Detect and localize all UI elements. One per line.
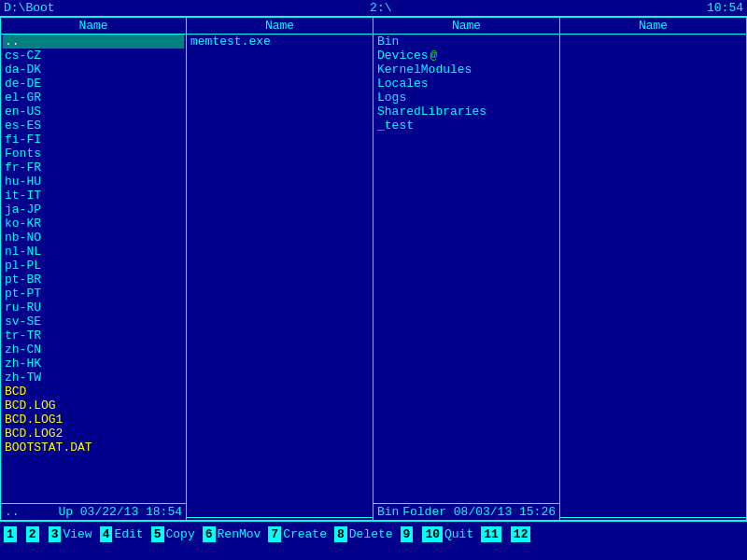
panel-right: Name BinDevices @KernelModulesLocalesLog… (374, 17, 560, 521)
function-button-12[interactable]: 12 (507, 522, 537, 547)
list-item[interactable]: nl-NL (3, 245, 184, 259)
function-button-1[interactable]: 1 (0, 522, 22, 547)
list-item[interactable]: BCD.LOG1 (3, 413, 184, 427)
list-item[interactable]: SharedLibraries (375, 105, 557, 119)
list-item[interactable]: _test (375, 119, 557, 133)
list-item[interactable]: el-GR (3, 91, 184, 105)
function-button-11[interactable]: 11 (477, 522, 507, 547)
function-button-6[interactable]: 6RenMov (199, 522, 265, 547)
list-item[interactable]: Logs (375, 91, 557, 105)
list-item[interactable]: Locales (375, 77, 557, 91)
function-key-label: RenMov (218, 527, 261, 541)
function-key-label: Copy (166, 527, 195, 541)
panel-far-right-footer (560, 517, 746, 520)
list-item[interactable]: fr-FR (3, 161, 184, 175)
left-path: D:\Boot (4, 1, 55, 15)
panel-far-right: Name (560, 17, 747, 521)
function-key-num: 6 (203, 526, 216, 542)
function-key-num: 10 (422, 526, 443, 542)
list-item[interactable]: Bin (375, 35, 557, 49)
function-button-9[interactable]: 9 (397, 522, 419, 547)
panel-right-footer: Bin Folder 08/03/13 15:26 (374, 503, 559, 520)
list-item[interactable]: zh-HK (3, 357, 184, 371)
function-button-5[interactable]: 5Copy (148, 522, 199, 547)
list-item[interactable]: hu-HU (3, 175, 184, 189)
function-key-num: 4 (100, 526, 113, 542)
function-button-8[interactable]: 8Delete (331, 522, 397, 547)
panel-middle-footer (187, 517, 373, 520)
function-key-label: View (63, 527, 92, 541)
function-key-num: 2 (26, 526, 39, 542)
function-button-4[interactable]: 4Edit (96, 522, 148, 547)
panel-right-header: Name (374, 18, 559, 35)
list-item[interactable]: sv-SE (3, 315, 184, 329)
right-path: 2:\ (370, 1, 391, 15)
list-item[interactable]: pl-PL (3, 259, 184, 273)
panel-left: Name ..cs-CZda-DKde-DEel-GRen-USes-ESfi-… (0, 17, 187, 521)
list-item[interactable]: es-ES (3, 119, 184, 133)
list-item[interactable]: pt-BR (3, 273, 184, 287)
function-key-num: 12 (511, 526, 531, 542)
function-key-num: 8 (334, 526, 347, 542)
function-key-num: 11 (481, 526, 501, 542)
bottom-bar: 123View4Edit5Copy6RenMov7Create8Delete91… (0, 521, 747, 547)
function-key-label: Delete (349, 527, 393, 541)
function-button-3[interactable]: 3View (45, 522, 96, 547)
list-item[interactable]: pt-PT (3, 287, 184, 301)
panel-far-right-header: Name (560, 18, 746, 35)
panel-middle: Name memtest.exe (187, 17, 374, 521)
panel-left-footer-left: .. (5, 505, 20, 519)
clock: 10:54 (707, 1, 743, 15)
panel-right-footer-left: Bin (377, 505, 399, 519)
list-item[interactable]: KernelModules (375, 63, 557, 77)
panel-left-footer-right: Up 03/22/13 18:54 (58, 505, 182, 519)
function-key-num: 1 (4, 526, 17, 542)
panel-right-footer-right: Folder 08/03/13 15:26 (402, 505, 556, 519)
list-item[interactable]: Devices @ (375, 49, 557, 63)
list-item[interactable]: BCD.LOG (3, 399, 184, 413)
panel-middle-header: Name (187, 18, 373, 35)
top-bar: D:\Boot 2:\ 10:54 (0, 0, 747, 17)
list-item[interactable]: memtest.exe (189, 35, 371, 49)
panel-middle-content: memtest.exe (187, 35, 373, 517)
function-key-label: Quit (444, 527, 473, 541)
list-item[interactable]: BCD (3, 385, 184, 399)
panel-left-content: ..cs-CZda-DKde-DEel-GRen-USes-ESfi-FIFon… (1, 35, 186, 503)
list-item[interactable]: BCD.LOG2 (3, 427, 184, 441)
function-key-num: 5 (151, 526, 164, 542)
list-item[interactable]: Fonts (3, 147, 184, 161)
list-item[interactable]: en-US (3, 105, 184, 119)
function-key-num: 7 (268, 526, 281, 542)
list-item[interactable]: .. (3, 35, 184, 49)
list-item[interactable]: ja-JP (3, 203, 184, 217)
list-item[interactable]: zh-TW (3, 371, 184, 385)
list-item[interactable]: ru-RU (3, 301, 184, 315)
list-item[interactable]: de-DE (3, 77, 184, 91)
list-item[interactable]: zh-CN (3, 343, 184, 357)
function-key-label: Edit (114, 527, 143, 541)
panel-left-footer: .. Up 03/22/13 18:54 (1, 503, 186, 520)
list-item[interactable]: da-DK (3, 63, 184, 77)
function-button-2[interactable]: 2 (22, 522, 45, 547)
main-area: Name ..cs-CZda-DKde-DEel-GRen-USes-ESfi-… (0, 17, 747, 521)
panel-right-content: BinDevices @KernelModulesLocalesLogsShar… (374, 35, 559, 503)
panel-far-right-content (560, 35, 746, 517)
list-item[interactable]: BOOTSTAT.DAT (3, 441, 184, 455)
function-button-7[interactable]: 7Create (264, 522, 331, 547)
list-item[interactable]: nb-NO (3, 231, 184, 245)
list-item[interactable]: tr-TR (3, 329, 184, 343)
panel-left-header: Name (1, 18, 186, 35)
function-key-num: 3 (49, 526, 62, 542)
function-button-10[interactable]: 10Quit (418, 522, 477, 547)
function-key-label: Create (283, 527, 327, 541)
function-key-num: 9 (401, 526, 414, 542)
list-item[interactable]: cs-CZ (3, 49, 184, 63)
list-item[interactable]: ko-KR (3, 217, 184, 231)
list-item[interactable]: it-IT (3, 189, 184, 203)
list-item[interactable]: fi-FI (3, 133, 184, 147)
